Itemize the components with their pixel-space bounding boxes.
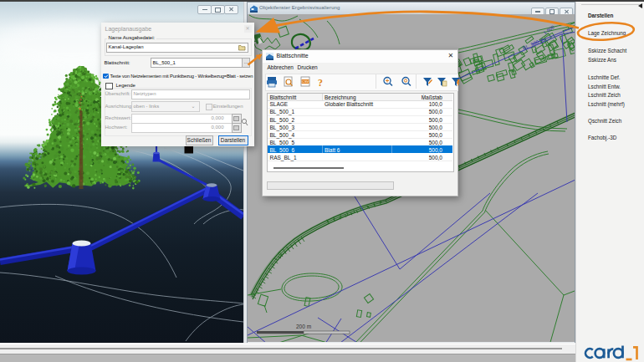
svg-text:CSV: CSV <box>302 79 309 84</box>
svg-text:200 m: 200 m <box>296 324 311 329</box>
svg-text:?: ? <box>318 77 323 88</box>
